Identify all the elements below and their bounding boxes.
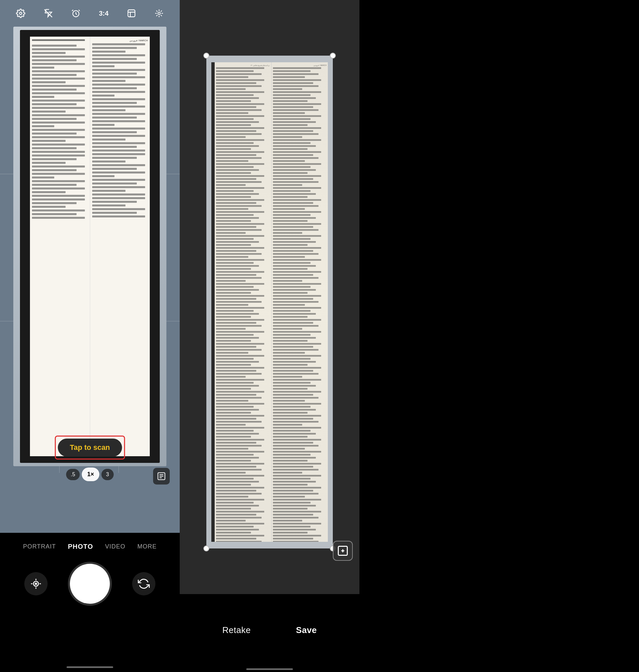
- aspect-ratio-icon[interactable]: 3:4: [96, 6, 111, 21]
- shutter-button[interactable]: [70, 564, 110, 604]
- timer-icon[interactable]: [68, 6, 83, 21]
- svg-line-10: [156, 15, 157, 16]
- crop-handle-bottom-left[interactable]: [203, 546, 209, 551]
- camera-modes: PORTRAIT PHOTO VIDEO MORE: [0, 533, 180, 550]
- mode-photo[interactable]: PHOTO: [68, 543, 93, 550]
- crop-handle-top-right[interactable]: [330, 52, 336, 59]
- svg-rect-3: [128, 10, 135, 17]
- camera-toolbar: 3:4: [0, 0, 180, 27]
- zoom-controls: .5 1× 3: [66, 468, 114, 481]
- lens-flare-icon[interactable]: [152, 6, 167, 21]
- scan-preview-panel: برنامه‌های تشریح نقاشی ۱۴: [180, 0, 359, 672]
- scanned-doc-inner: برنامه‌های تشریح نقاشی ۱۴: [211, 62, 328, 542]
- tap-to-scan-label: Tap to scan: [70, 443, 110, 452]
- scanned-document-container: برنامه‌های تشریح نقاشی ۱۴: [206, 56, 333, 548]
- book-pages: MARCH / فروردین: [30, 36, 150, 456]
- camera-panel: 3:4: [0, 0, 180, 672]
- home-indicator-right: [246, 668, 293, 670]
- book-in-viewfinder: MARCH / فروردین: [13, 27, 167, 466]
- scanned-page-right: MARCH / فروردین: [271, 62, 328, 542]
- scanned-document: برنامه‌های تشریح نقاشی ۱۴: [206, 56, 333, 548]
- scanned-spine: [211, 62, 215, 542]
- camera-viewfinder: 3:4: [0, 0, 180, 533]
- live-photo-button[interactable]: [24, 572, 48, 595]
- settings-icon[interactable]: [13, 6, 28, 21]
- mode-portrait[interactable]: PORTRAIT: [23, 543, 56, 550]
- svg-line-7: [161, 15, 162, 16]
- scan-preview-area: برنامه‌های تشریح نقاشی ۱۴: [180, 0, 359, 594]
- svg-point-18: [35, 583, 37, 585]
- zoom-05-button[interactable]: .5: [66, 469, 80, 480]
- camera-buttons-row: [0, 564, 180, 604]
- svg-point-12: [158, 12, 160, 15]
- camera-controls: PORTRAIT PHOTO VIDEO MORE: [0, 533, 180, 672]
- book-page-right: MARCH / فروردین: [90, 36, 150, 456]
- scanned-page-left: برنامه‌های تشریح نقاشی ۱۴: [215, 62, 271, 542]
- mode-video[interactable]: VIDEO: [105, 543, 125, 550]
- tap-to-scan-container: Tap to scan: [55, 436, 125, 460]
- home-indicator: [66, 666, 113, 668]
- flip-camera-button[interactable]: [132, 572, 155, 595]
- shape-icon[interactable]: [124, 6, 139, 21]
- retake-button[interactable]: Retake: [222, 625, 251, 636]
- zoom-3x-button[interactable]: 3: [101, 469, 113, 480]
- scan-list-button[interactable]: [153, 468, 170, 485]
- book-cover: MARCH / فروردین: [20, 30, 160, 463]
- tap-to-scan-button[interactable]: Tap to scan: [58, 439, 122, 457]
- zoom-1x-button[interactable]: 1×: [82, 468, 99, 481]
- svg-line-6: [156, 11, 157, 12]
- crop-handle-top-left[interactable]: [203, 52, 209, 59]
- ocr-button[interactable]: [333, 541, 353, 561]
- scan-actions: Retake Save: [180, 594, 359, 666]
- scanned-pages: برنامه‌های تشریح نقاشی ۱۴: [215, 62, 328, 542]
- save-button[interactable]: Save: [296, 625, 317, 636]
- mode-more[interactable]: MORE: [138, 543, 157, 550]
- tap-to-scan-border: Tap to scan: [55, 436, 125, 460]
- svg-point-0: [19, 12, 22, 15]
- book-page-left: [30, 36, 90, 456]
- flash-off-icon[interactable]: [41, 6, 56, 21]
- svg-line-11: [161, 11, 162, 12]
